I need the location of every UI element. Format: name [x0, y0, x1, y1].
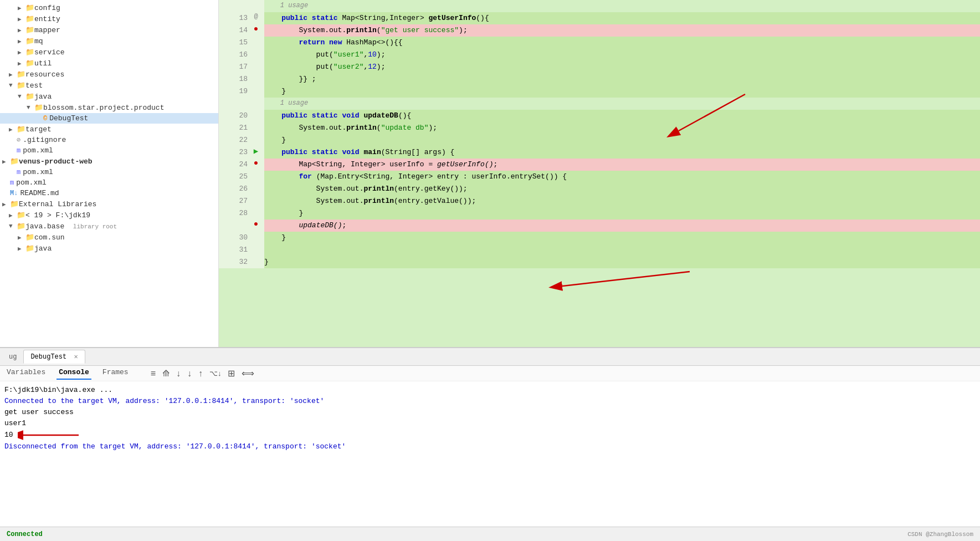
code-content: System.out.println("get user success");: [264, 24, 980, 37]
arrow-icon: [35, 115, 43, 122]
arrow-icon: ▶: [18, 27, 25, 34]
status-connected-label: Connected: [7, 530, 43, 538]
sidebar-item-pom-venus[interactable]: m pom.xml: [0, 167, 218, 177]
code-content: public static void main(String[] args) {: [264, 146, 980, 159]
java-file-icon: ©: [43, 115, 47, 123]
breakpoint-icon[interactable]: ●: [254, 159, 258, 167]
console-line-2: Connected to the target VM, address: '12…: [4, 396, 976, 407]
arrow-icon: ▶: [18, 60, 25, 67]
toolbar-menu-btn[interactable]: ≡: [148, 368, 158, 380]
folder-icon: 📁: [17, 81, 25, 90]
folder-icon: 📁: [10, 200, 19, 208]
arrow-icon: [9, 137, 17, 144]
code-line-14: 14 ● System.out.println("get user succes…: [219, 24, 980, 37]
console-line-1: F:\jdk19\bin\java.exe ...: [4, 385, 976, 396]
frames-tab[interactable]: Frames: [100, 367, 131, 380]
code-line-32: 32 }: [219, 256, 980, 268]
maven-file-icon: m: [10, 179, 14, 187]
code-line-20: 20 public static void updateDB(){: [219, 110, 980, 122]
code-line-usage2: 1 usage: [219, 98, 980, 110]
sidebar-item-config[interactable]: ▶ 📁 config: [0, 2, 218, 13]
code-line-23: 23 ▶ public static void main(String[] ar…: [219, 146, 980, 159]
console-line-3: get user success: [4, 407, 976, 418]
toolbar-settings-btn[interactable]: ⟺: [239, 367, 256, 380]
usage-hint: 1 usage: [264, 98, 980, 110]
folder-icon: 📁: [17, 70, 25, 79]
arrow-icon: ▶: [9, 71, 17, 78]
toolbar-step-over-btn[interactable]: ↓: [174, 368, 183, 380]
sidebar-item-mq[interactable]: ▶ 📁 mq: [0, 35, 218, 47]
sidebar-item-label: java.base library root: [25, 222, 117, 231]
toolbar-step-out-btn[interactable]: ↑: [196, 368, 205, 380]
folder-icon: 📁: [17, 211, 25, 220]
sidebar-item-label: mapper: [34, 26, 60, 34]
folder-icon: 📁: [25, 233, 34, 242]
sidebar-item-label: pom.xml: [16, 178, 47, 187]
line-number: 14: [219, 24, 248, 37]
code-line-13: 13 @ public static Map<String,Integer> g…: [219, 12, 980, 24]
line-gutter: [248, 49, 264, 61]
line-number: 19: [219, 85, 248, 98]
toolbar-scroll-up-btn[interactable]: ⟰: [160, 367, 172, 380]
arrow-icon: ▶: [9, 212, 17, 219]
sidebar-item-java-pkg[interactable]: ▶ 📁 java: [0, 243, 218, 254]
sidebar-item-test[interactable]: ▼ 📁 test: [0, 80, 218, 91]
sidebar-item-label: target: [25, 125, 52, 134]
code-line-30: 30 }: [219, 232, 980, 244]
line-number: 26: [219, 183, 248, 195]
breakpoint-icon[interactable]: ●: [254, 220, 258, 228]
folder-icon: 📁: [17, 222, 25, 231]
sidebar-item-service[interactable]: ▶ 📁 service: [0, 47, 218, 58]
tab-close-icon[interactable]: ✕: [74, 353, 78, 361]
sidebar-item-ext-libs[interactable]: ▶ 📁 External Libraries: [0, 198, 218, 210]
arrow-icon: ▶: [18, 4, 25, 12]
sidebar-item-target[interactable]: ▶ 📁 target: [0, 124, 218, 135]
line-gutter: [248, 85, 264, 98]
console-tab[interactable]: Console: [57, 367, 91, 380]
sidebar-item-java-base[interactable]: ▼ 📁 java.base library root: [0, 221, 218, 232]
sidebar-item-mapper[interactable]: ▶ 📁 mapper: [0, 24, 218, 35]
sidebar-item-debugtest[interactable]: © DebugTest: [0, 113, 218, 124]
breakpoint-icon[interactable]: ●: [254, 24, 258, 33]
console-line-5: 10: [4, 429, 976, 441]
sidebar-item-jdk19[interactable]: ▶ 📁 < 19 > F:\jdk19: [0, 210, 218, 221]
line-number: 23: [219, 146, 248, 159]
sidebar-item-blossom[interactable]: ▼ 📁 blossom.star.project.product: [0, 102, 218, 113]
arrow-icon: ▼: [27, 104, 34, 111]
line-gutter: [248, 244, 264, 256]
sidebar-item-java-test[interactable]: ▼ 📁 java: [0, 91, 218, 102]
folder-icon: 📁: [17, 125, 25, 134]
sidebar-item-venus-web[interactable]: ▶ 📁 venus-product-web: [0, 156, 218, 167]
sidebar-item-com-sun[interactable]: ▶ 📁 com.sun: [0, 232, 218, 243]
sidebar-item-resources[interactable]: ▶ 📁 resources: [0, 69, 218, 80]
line-number: 15: [219, 37, 248, 49]
file-tree[interactable]: ▶ 📁 config ▶ 📁 entity ▶ 📁 mapper ▶ 📁 mq …: [0, 0, 219, 347]
sidebar-item-readme[interactable]: M↓ README.md: [0, 188, 218, 198]
debug-test-tab[interactable]: DebugTest ✕: [23, 350, 85, 364]
toolbar-step-into-btn[interactable]: ↓: [185, 368, 194, 380]
line-number: 17: [219, 61, 248, 73]
sidebar-item-util[interactable]: ▶ 📁 util: [0, 58, 218, 69]
svg-line-2: [562, 272, 690, 286]
code-line-18: 18 }} ;: [219, 73, 980, 85]
sidebar-item-entity[interactable]: ▶ 📁 entity: [0, 13, 218, 24]
toolbar-table-btn[interactable]: ⊞: [225, 367, 237, 380]
sidebar-item-gitignore[interactable]: ⊘ .gitignore: [0, 135, 218, 145]
folder-icon: 📁: [25, 59, 34, 68]
code-line-24: 24 ● Map<String, Integer> userInfo = get…: [219, 159, 980, 171]
run-arrow-icon: ▶: [254, 147, 258, 156]
arrow-icon: [9, 147, 17, 154]
line-number: [219, 220, 248, 232]
code-line-19: 19 }: [219, 85, 980, 98]
code-content: put("user2",12);: [264, 61, 980, 73]
sidebar-item-pom-sub[interactable]: m pom.xml: [0, 145, 218, 156]
arrow-icon: ▶: [18, 49, 25, 56]
sidebar-item-label: resources: [25, 70, 64, 79]
sidebar-item-pom-root[interactable]: m pom.xml: [0, 177, 218, 188]
console-toolbar: ≡ ⟰ ↓ ↓ ↑ ⌥↓ ⊞ ⟺: [148, 367, 257, 380]
line-number: 24: [219, 159, 248, 171]
variables-tab[interactable]: Variables: [4, 367, 48, 380]
line-gutter: [248, 110, 264, 122]
toolbar-force-btn[interactable]: ⌥↓: [207, 368, 224, 379]
console-line-6: Disconnected from the target VM, address…: [4, 441, 976, 452]
